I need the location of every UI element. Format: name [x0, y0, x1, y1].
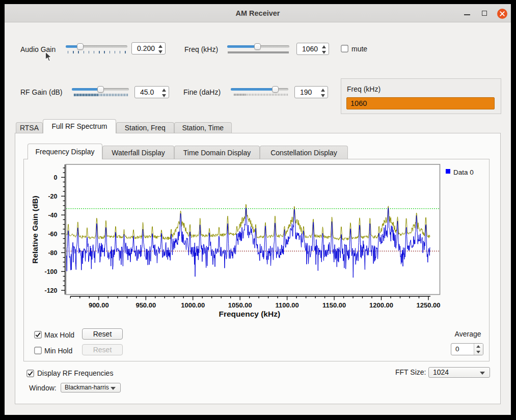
- svg-text:900.00: 900.00: [89, 301, 109, 309]
- svg-text:-20: -20: [48, 193, 57, 200]
- svg-text:Data 0: Data 0: [453, 169, 474, 176]
- svg-text:-100: -100: [44, 268, 57, 275]
- svg-text:-80: -80: [48, 249, 57, 257]
- svg-text:950.00: 950.00: [135, 301, 156, 309]
- svg-text:1200.00: 1200.00: [369, 301, 393, 309]
- svg-text:1150.00: 1150.00: [322, 301, 346, 309]
- svg-text:-120: -120: [44, 287, 57, 294]
- svg-text:1250.00: 1250.00: [417, 301, 441, 309]
- svg-text:1050.00: 1050.00: [228, 301, 252, 309]
- svg-text:Frequency (kHz): Frequency (kHz): [219, 310, 281, 318]
- svg-text:-40: -40: [48, 212, 57, 219]
- svg-text:1100.00: 1100.00: [275, 301, 298, 309]
- svg-text:1000.00: 1000.00: [181, 301, 205, 309]
- svg-text:0: 0: [54, 174, 58, 181]
- svg-text:-60: -60: [48, 231, 57, 238]
- svg-text:Relative Gain (dB): Relative Gain (dB): [33, 195, 39, 264]
